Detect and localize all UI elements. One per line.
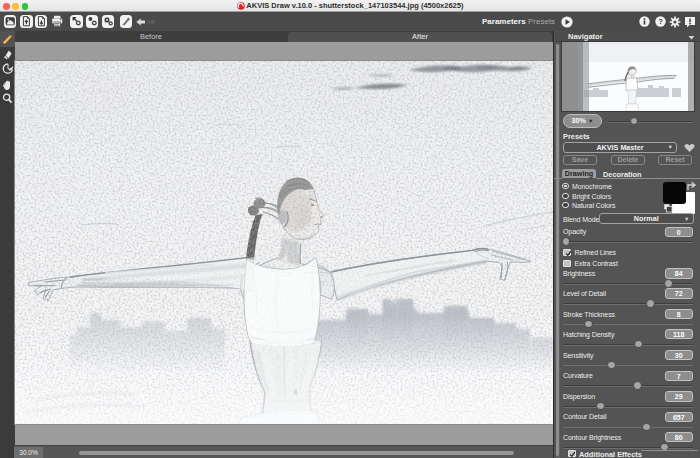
svg-text:?: ?: [658, 18, 663, 27]
